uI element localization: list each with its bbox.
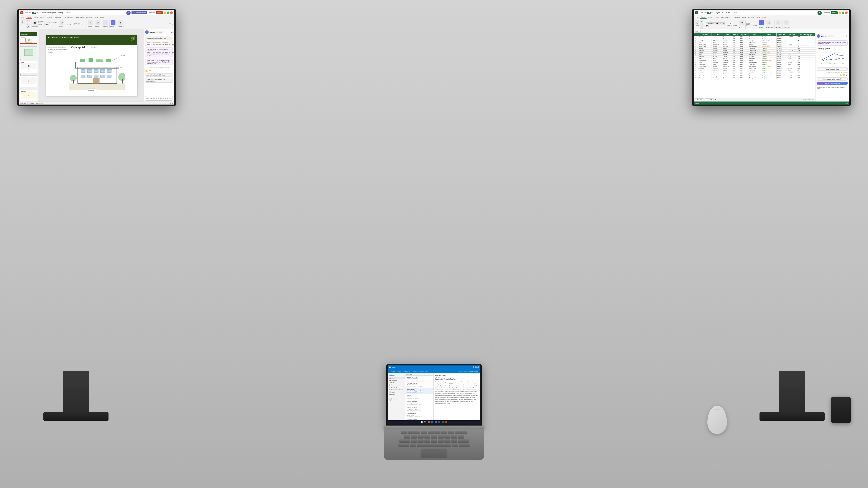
start-menu-button[interactable] <box>421 421 423 423</box>
nav-report[interactable]: Report ▾ <box>474 370 479 372</box>
xl-tab-formulas[interactable]: Formulas <box>732 16 741 19</box>
xl-tab-review[interactable]: Review <box>747 16 755 19</box>
xl-addins-button[interactable]: ⊕ <box>784 20 788 25</box>
key-m[interactable] <box>451 439 457 443</box>
email-item-3[interactable]: Sammie Lark... Sustainable Upgrade: Roof… <box>405 388 433 394</box>
xl-format-label[interactable]: Format <box>746 25 751 27</box>
table-row[interactable]: 21United KingdomBirminghamJoseph1979,200… <box>694 75 815 77</box>
tab-review[interactable]: Review <box>85 16 93 19</box>
xl-italic[interactable]: I <box>707 25 708 27</box>
arrange-button[interactable]: Arrange <box>67 24 71 25</box>
designer-button[interactable]: ✨ <box>103 21 108 25</box>
key-alt[interactable] <box>410 443 416 447</box>
xl-format-painter[interactable]: 🖌 <box>700 27 703 29</box>
xl-col-sqft[interactable]: Sq. Feet <box>739 33 748 36</box>
key-space[interactable] <box>416 443 452 447</box>
xl-underline[interactable]: U <box>708 25 709 27</box>
xl-copilot-close[interactable]: ✕ <box>846 35 847 37</box>
table-row[interactable]: 15PhilippinesManilaNaomi2049,000Healthca… <box>694 63 815 65</box>
key-q[interactable] <box>401 431 407 434</box>
table-row[interactable]: 12IndiaDelhiLiane1814,200EducationComple… <box>694 58 815 59</box>
xl-col-type[interactable]: Type <box>748 33 761 36</box>
xl-paste[interactable]: 📋 <box>695 21 700 25</box>
xl-col-city[interactable]: City <box>712 33 723 36</box>
add-animations-button[interactable]: Add animations to this slide <box>145 73 173 76</box>
shapes-button[interactable]: ⬡ <box>59 21 64 25</box>
xl-col-startdate[interactable]: Start Date <box>776 33 787 36</box>
thumbs-up-icon[interactable]: 👍 <box>145 70 148 72</box>
nav-share-teams[interactable]: Share to Teams <box>420 370 429 372</box>
dictate-button[interactable]: 🎤 <box>95 21 100 25</box>
table-row[interactable]: 11IndonesiaJakartaSylvie1093,400Industri… <box>694 56 815 58</box>
outlook-minimize[interactable] <box>473 366 474 368</box>
tab-transitions[interactable]: Transitions <box>53 16 63 19</box>
table-row[interactable]: 18BrazilSão PauloSylvie2023,900Residenti… <box>694 69 815 71</box>
thumbs-down-icon[interactable]: 👎 <box>149 70 151 72</box>
xl-copilot-button[interactable]: C <box>759 20 764 25</box>
share-button[interactable]: Share <box>156 11 163 14</box>
folder-junk[interactable]: ⚠ Junk Email <box>389 386 405 388</box>
excel-taskbar-icon[interactable] <box>442 421 444 423</box>
ppt-taskbar-icon[interactable] <box>445 421 447 423</box>
key-s[interactable] <box>411 435 417 438</box>
key-v[interactable] <box>431 439 437 443</box>
cut-button[interactable]: ✂ <box>26 19 30 22</box>
nav-unread[interactable]: Unread / Read <box>458 370 467 372</box>
paste-button[interactable]: 📋 <box>21 19 25 24</box>
nav-reply[interactable]: ↩ Reply <box>397 370 401 372</box>
xl-comments-button[interactable]: Comments <box>823 12 830 13</box>
tab-help[interactable]: Help <box>99 16 105 19</box>
xl-tab-view[interactable]: View <box>755 16 761 19</box>
email-item-6[interactable]: Arthur Lavinque 3rd Quarter Reports Hi a… <box>405 406 433 412</box>
key-z[interactable] <box>411 439 417 443</box>
copilot-ribbon-button[interactable]: C <box>111 21 116 25</box>
key-u[interactable] <box>441 431 447 434</box>
tab-animations[interactable]: Animations <box>64 16 74 19</box>
table-row[interactable]: 3AustraliaMelbourneArthur2039,000Industr… <box>694 40 815 42</box>
key-g[interactable] <box>431 435 437 438</box>
xl-font-select[interactable]: Aptos (Body) <box>706 22 719 25</box>
xl-tab-pagelayout[interactable]: Page Layout <box>720 16 731 19</box>
table-row[interactable]: 8ThailandBangkokNaomi1883,500CommercialC… <box>694 50 815 52</box>
slide-thumb-3[interactable]: Exterior 🏗 <box>20 61 37 73</box>
key-t[interactable] <box>428 431 434 434</box>
nav-delete[interactable]: Delete ▾ <box>468 370 473 372</box>
present-teams-button[interactable]: 📹 Present Teams <box>131 11 147 14</box>
xl-analyze-button[interactable]: 📊 <box>767 20 771 25</box>
folder-deleted[interactable]: 🗑 Deleted Items <box>389 384 405 386</box>
table-row[interactable]: 13South KoreaSeoulJoseph1891,100SportsWr… <box>694 59 815 61</box>
table-row[interactable]: 17AustraliaBrisbaneArthur1984,000Commerc… <box>694 67 815 69</box>
key-x[interactable] <box>417 439 424 443</box>
sheet-tab-2[interactable]: Sheet 2 <box>705 98 714 101</box>
bold-button[interactable]: B <box>45 24 47 26</box>
xl-cell-reference[interactable]: A1 <box>695 30 701 33</box>
key-a[interactable] <box>404 435 410 438</box>
tab-view[interactable]: View <box>93 16 99 19</box>
xl-styles-button[interactable]: Aa <box>739 20 744 25</box>
get-addins-button[interactable]: ⊕ <box>118 21 123 25</box>
xl-col-status[interactable]: Status <box>761 33 776 36</box>
nav-reply-all[interactable]: ↩↩ Reply All <box>403 370 410 372</box>
folder-drafts[interactable]: 📝 Drafts <box>389 382 405 384</box>
folder-conversation[interactable]: 💬 Conversation History <box>389 388 405 391</box>
comments-status[interactable]: Comments <box>36 102 43 104</box>
xl-col-enddate[interactable]: End Date <box>787 33 797 36</box>
tab-home[interactable]: Home <box>26 15 32 19</box>
xl-copy[interactable]: 📄 <box>700 24 703 26</box>
tab-design[interactable]: Design <box>45 16 53 19</box>
folder-inbox[interactable]: 📥 Inbox <box>389 377 405 379</box>
table-row[interactable]: 16United StatesChicagoRaymond2093,000Env… <box>694 65 815 67</box>
close-button[interactable] <box>170 11 173 14</box>
key-c[interactable] <box>424 439 430 443</box>
table-row[interactable]: 19PortugalLisbonLiane1871,200IndustrialC… <box>694 71 815 73</box>
xl-close[interactable] <box>845 11 847 14</box>
key-y[interactable] <box>434 431 440 434</box>
xl-autosave-toggle[interactable] <box>707 12 711 14</box>
filter-all[interactable]: All <box>406 374 407 375</box>
add-new-sheet-btn[interactable]: + Add to a new sheet <box>817 67 847 71</box>
add-sheet-button[interactable]: + <box>714 99 717 101</box>
xl-tab-help[interactable]: Help <box>761 16 767 19</box>
underline-button[interactable]: U <box>48 24 50 26</box>
slide-thumb-5[interactable]: Solar Power ☀ <box>20 90 37 101</box>
folder-notes[interactable]: 📋 Notes <box>389 391 405 393</box>
